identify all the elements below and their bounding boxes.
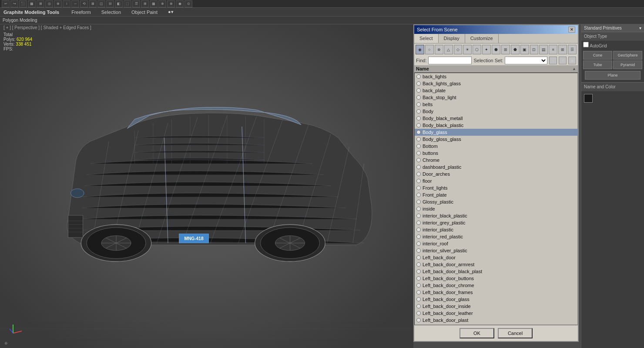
- tab-select[interactable]: Select: [414, 34, 439, 43]
- dlg-filter1-btn[interactable]: ▤: [539, 45, 548, 54]
- list-item[interactable]: buttons: [415, 150, 577, 157]
- list-item[interactable]: Back_lights_glass: [415, 80, 577, 87]
- dlg-xref-btn[interactable]: ⊡: [530, 45, 539, 54]
- list-item[interactable]: Left_back_door_plast: [415, 317, 577, 324]
- dlg-bone-btn[interactable]: ⊞: [501, 45, 510, 54]
- dlg-helper-btn[interactable]: ✦: [482, 45, 491, 54]
- list-item[interactable]: Left_back_door_armrest: [415, 261, 577, 268]
- menu-freeform[interactable]: Freeform: [70, 9, 93, 16]
- list-item[interactable]: Glossy_plastic: [415, 198, 577, 205]
- dropdown-arrow-icon[interactable]: ▾: [639, 26, 641, 30]
- list-item[interactable]: Left_back_door_frames: [415, 289, 577, 296]
- find-input[interactable]: [428, 57, 472, 64]
- dlg-filter3-btn[interactable]: ⊞: [558, 45, 567, 54]
- dlg-none-btn[interactable]: ○: [425, 45, 434, 54]
- dlg-all-btn[interactable]: ◉: [416, 45, 424, 54]
- list-item[interactable]: interior_silver_plastic: [415, 247, 577, 254]
- list-item[interactable]: belts: [415, 101, 577, 108]
- list-item[interactable]: back_lights: [415, 73, 577, 80]
- list-item[interactable]: interior_black_plastic: [415, 212, 577, 219]
- tab-customize[interactable]: Customize: [465, 34, 499, 43]
- toolbar-icon-8[interactable]: ↕: [63, 0, 70, 7]
- dlg-light-btn[interactable]: ☀: [463, 45, 472, 54]
- btn-geosphere[interactable]: GeoSphere: [613, 51, 642, 60]
- list-item[interactable]: Front_lights: [415, 184, 577, 191]
- toolbar-icon-18[interactable]: ▦: [150, 0, 158, 7]
- dialog-object-list[interactable]: back_lightsBack_lights_glassback_plateBa…: [414, 73, 578, 325]
- list-item[interactable]: Chrome: [415, 157, 577, 164]
- menu-selection[interactable]: Selection: [100, 9, 123, 16]
- list-item[interactable]: Door_arches: [415, 171, 577, 177]
- menu-extra[interactable]: ●▾: [166, 8, 175, 16]
- list-item[interactable]: Left_back_door_glass: [415, 296, 577, 303]
- list-item[interactable]: Left_back_door_inside: [415, 303, 577, 310]
- list-item[interactable]: Back_stop_light: [415, 94, 577, 101]
- toolbar-icon-6[interactable]: ◎: [45, 0, 53, 7]
- list-item[interactable]: Body: [415, 108, 577, 115]
- autogrid-checkbox[interactable]: [583, 42, 589, 47]
- dlg-particle-btn[interactable]: ⬟: [511, 45, 520, 54]
- list-item[interactable]: interior_roof: [415, 240, 577, 247]
- list-item[interactable]: interior_grey_plastic: [415, 219, 577, 226]
- dlg-warp-btn[interactable]: ⬢: [492, 45, 500, 54]
- list-item[interactable]: dashboard_plastic: [415, 164, 577, 171]
- toolbar-icon-22[interactable]: ⊙: [184, 0, 192, 7]
- list-item[interactable]: interior_red_plastic: [415, 233, 577, 240]
- toolbar-icon-19[interactable]: ⊕: [158, 0, 166, 7]
- dlg-list-btn[interactable]: ☰: [568, 45, 577, 54]
- selection-set-dropdown[interactable]: [505, 57, 547, 64]
- color-swatch[interactable]: [584, 94, 593, 103]
- toolbar-icon-20[interactable]: ⊗: [167, 0, 175, 7]
- dlg-geo-btn[interactable]: △: [444, 45, 453, 54]
- toolbar-icon-7[interactable]: ⊕: [54, 0, 62, 7]
- btn-tube[interactable]: Tube: [583, 60, 612, 69]
- btn-cone[interactable]: Cone: [583, 51, 612, 60]
- menu-object-paint[interactable]: Object Paint: [130, 9, 159, 16]
- list-item[interactable]: Body_gloss_glass: [415, 136, 577, 143]
- toolbar-icon-2[interactable]: ↪: [10, 0, 18, 7]
- dlg-filter2-btn[interactable]: ≡: [549, 45, 557, 54]
- dlg-camera-btn[interactable]: ⬡: [473, 45, 481, 54]
- tab-display[interactable]: Display: [439, 34, 465, 43]
- toolbar-icon-21[interactable]: ◉: [176, 0, 184, 7]
- list-item[interactable]: Left_back_door: [415, 254, 577, 261]
- dlg-invert-btn[interactable]: ⊗: [435, 45, 443, 54]
- btn-pyramid[interactable]: Pyramid: [613, 60, 642, 69]
- list-item[interactable]: Body_black_plastic: [415, 122, 577, 129]
- dlg-shape-btn[interactable]: ◇: [454, 45, 463, 54]
- list-item[interactable]: Front_plate: [415, 191, 577, 198]
- toolbar-icon-10[interactable]: ⟲: [80, 0, 88, 7]
- toolbar-icon-9[interactable]: ↔: [71, 0, 79, 7]
- list-item[interactable]: Left_back_door_buttons: [415, 275, 577, 282]
- toolbar-icon-15[interactable]: ⬚: [124, 0, 131, 7]
- list-item[interactable]: Body_glass: [415, 129, 577, 136]
- selection-del-btn[interactable]: ✕: [559, 57, 567, 64]
- toolbar-icon-16[interactable]: ☰: [132, 0, 140, 7]
- list-item[interactable]: Left_back_door_leather: [415, 310, 577, 317]
- name-color-section: [581, 91, 644, 105]
- toolbar-icon-11[interactable]: ⊠: [89, 0, 97, 7]
- selection-highlight-btn[interactable]: ◈: [568, 57, 576, 64]
- cancel-button[interactable]: Cancel: [498, 328, 533, 338]
- list-item[interactable]: floor: [415, 177, 577, 184]
- list-item[interactable]: Left_back_door_chrome: [415, 282, 577, 289]
- selection-add-btn[interactable]: +: [549, 57, 557, 64]
- list-item[interactable]: interior_plastic: [415, 226, 577, 233]
- toolbar-icon-3[interactable]: ⬛: [19, 0, 27, 7]
- dialog-close-button[interactable]: ✕: [568, 27, 575, 33]
- toolbar-icon-1[interactable]: ↩: [2, 0, 10, 7]
- toolbar-icon-13[interactable]: ⊟: [106, 0, 114, 7]
- toolbar-icon-17[interactable]: ⊞: [141, 0, 149, 7]
- toolbar-icon-14[interactable]: ◧: [115, 0, 123, 7]
- toolbar-icon-5[interactable]: ⊞: [37, 0, 44, 7]
- ok-button[interactable]: OK: [460, 328, 494, 338]
- list-item[interactable]: back_plate: [415, 87, 577, 94]
- btn-plane[interactable]: Plane: [585, 71, 641, 80]
- list-item[interactable]: Body_black_metall: [415, 115, 577, 122]
- toolbar-icon-12[interactable]: ◫: [97, 0, 105, 7]
- list-item[interactable]: Left_back_door_black_plast: [415, 268, 577, 275]
- toolbar-icon-4[interactable]: ▦: [28, 0, 36, 7]
- list-item[interactable]: inside: [415, 205, 577, 212]
- list-item[interactable]: Bottom: [415, 143, 577, 150]
- dlg-group-btn[interactable]: ▣: [520, 45, 529, 54]
